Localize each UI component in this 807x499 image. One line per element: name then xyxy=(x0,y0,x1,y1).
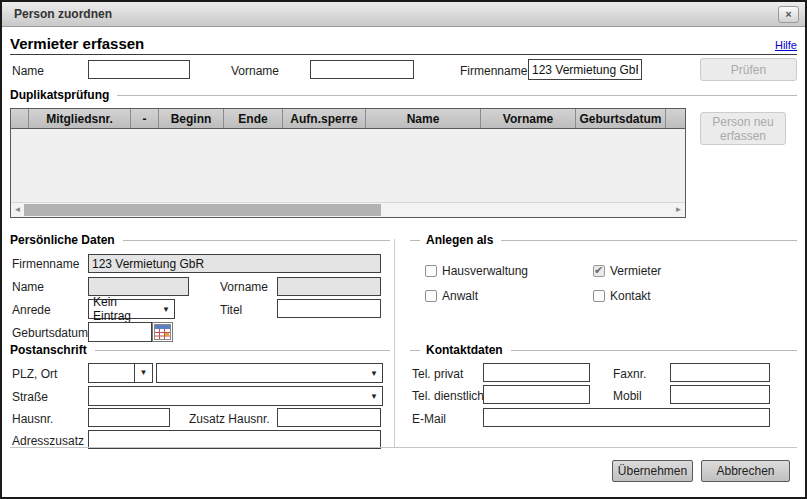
pd-firmenname-label: Firmenname xyxy=(12,257,79,271)
pd-geburtsdatum-label: Geburtsdatum xyxy=(12,326,88,340)
pd-titel-input[interactable] xyxy=(277,299,381,318)
anlegen-als-section-title: Anlegen als xyxy=(410,233,797,247)
vorname-label: Vorname xyxy=(231,64,279,78)
checkbox-box[interactable] xyxy=(425,265,437,277)
table-empty-body xyxy=(11,129,685,202)
close-icon[interactable]: × xyxy=(778,6,799,23)
scroll-left-icon[interactable]: ◄ xyxy=(11,203,24,217)
checkbox-hausverwaltung[interactable]: Hausverwaltung xyxy=(425,264,528,278)
plz-input[interactable] xyxy=(88,363,135,383)
pd-name-label: Name xyxy=(12,280,44,294)
email-input[interactable] xyxy=(483,408,770,427)
postanschrift-section-title: Postanschrift xyxy=(10,343,390,357)
pd-firmenname-input xyxy=(88,254,381,273)
checkbox-box[interactable] xyxy=(425,290,437,302)
col-selector[interactable] xyxy=(11,109,29,128)
mobil-label: Mobil xyxy=(613,389,642,403)
vorname-input[interactable] xyxy=(310,60,414,79)
col-ende[interactable]: Ende xyxy=(224,109,283,128)
strasse-combo[interactable]: ▼ xyxy=(88,386,383,406)
pd-geburtsdatum-input[interactable] xyxy=(88,322,152,342)
kontaktdaten-section-title: Kontaktdaten xyxy=(410,343,797,357)
tel-dienstlich-input[interactable] xyxy=(483,385,590,404)
checkbox-box[interactable] xyxy=(593,290,605,302)
firmenname-label: Firmenname xyxy=(460,64,527,78)
ort-dropdown-icon[interactable]: ▼ xyxy=(366,369,382,378)
persoenliche-daten-section-title: Persönliche Daten xyxy=(10,233,390,247)
col-dash[interactable]: - xyxy=(131,109,159,128)
col-mitgliedsnr[interactable]: Mitgliedsnr. xyxy=(29,109,131,128)
col-vorname[interactable]: Vorname xyxy=(481,109,576,128)
dialog-title: Person zuordnen xyxy=(14,7,112,21)
ort-combo[interactable]: ▼ xyxy=(156,363,383,383)
horizontal-scrollbar[interactable]: ◄ ► xyxy=(11,202,685,217)
col-geburtsdatum[interactable]: Geburtsdatum xyxy=(576,109,666,128)
strasse-label: Straße xyxy=(12,390,48,404)
col-beginn[interactable]: Beginn xyxy=(159,109,224,128)
calendar-icon[interactable] xyxy=(152,322,173,342)
tel-privat-input[interactable] xyxy=(483,363,590,382)
heading-row: Vermieter erfassen Hilfe xyxy=(10,36,797,55)
person-neu-erfassen-button: Person neu erfassen xyxy=(700,112,786,145)
pd-vorname-input xyxy=(277,277,381,296)
checkbox-anwalt[interactable]: Anwalt xyxy=(425,289,478,303)
strasse-dropdown-icon[interactable]: ▼ xyxy=(366,392,382,401)
pd-titel-label: Titel xyxy=(220,303,242,317)
duplikatspruefung-table: Mitgliedsnr. - Beginn Ende Aufn.sperre N… xyxy=(10,108,686,218)
faxnr-label: Faxnr. xyxy=(613,367,646,381)
column-divider xyxy=(394,239,395,447)
tel-dienstlich-label: Tel. dienstlich xyxy=(412,389,484,403)
checkbox-kontakt[interactable]: Kontakt xyxy=(593,289,651,303)
pd-name-input xyxy=(88,277,189,296)
col-name[interactable]: Name xyxy=(366,109,481,128)
dialog-titlebar[interactable]: Person zuordnen × xyxy=(2,2,805,27)
col-spacer xyxy=(666,109,685,128)
page-title: Vermieter erfassen xyxy=(10,35,144,54)
email-label: E-Mail xyxy=(412,412,446,426)
pruefen-button: Prüfen xyxy=(700,58,797,81)
ort-input[interactable] xyxy=(157,364,366,382)
scrollbar-thumb[interactable] xyxy=(24,204,381,216)
faxnr-input[interactable] xyxy=(670,363,770,382)
pd-vorname-label: Vorname xyxy=(220,280,268,294)
pd-anrede-label: Anrede xyxy=(12,303,51,317)
name-label: Name xyxy=(12,64,44,78)
plz-dropdown-icon[interactable]: ▼ xyxy=(134,363,153,383)
name-input[interactable] xyxy=(88,60,190,79)
uebernehmen-button[interactable]: Übernehmen xyxy=(612,460,693,482)
abbrechen-button[interactable]: Abbrechen xyxy=(701,460,790,482)
mobil-input[interactable] xyxy=(670,385,770,404)
checkbox-vermieter: Vermieter xyxy=(593,264,661,278)
checkbox-box xyxy=(593,265,605,277)
scroll-right-icon[interactable]: ► xyxy=(672,203,685,217)
plz-ort-label: PLZ, Ort xyxy=(12,367,57,381)
duplikatspruefung-section-title: Duplikatsprüfung xyxy=(10,88,797,102)
hausnr-label: Hausnr. xyxy=(12,412,53,426)
table-header-row: Mitgliedsnr. - Beginn Ende Aufn.sperre N… xyxy=(11,109,685,129)
person-zuordnen-dialog: Person zuordnen × Vermieter erfassen Hil… xyxy=(0,0,807,499)
adresszusatz-label: Adresszusatz xyxy=(12,434,84,448)
zusatz-hausnr-label: Zusatz Hausnr. xyxy=(189,412,270,426)
footer-divider xyxy=(10,447,797,448)
strasse-input[interactable] xyxy=(89,387,366,405)
tel-privat-label: Tel. privat xyxy=(412,367,463,381)
hausnr-input[interactable] xyxy=(88,408,170,427)
chevron-down-icon: ▼ xyxy=(158,305,170,314)
zusatz-hausnr-input[interactable] xyxy=(277,408,381,427)
firmenname-input[interactable] xyxy=(528,59,642,80)
anrede-select[interactable]: Kein Eintrag ▼ xyxy=(88,299,175,319)
help-link[interactable]: Hilfe xyxy=(775,39,797,54)
col-aufnsperre[interactable]: Aufn.sperre xyxy=(283,109,366,128)
